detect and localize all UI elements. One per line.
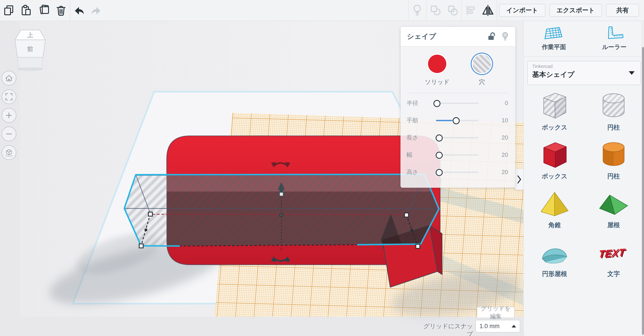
snap-grid-value: 1.0 mm	[480, 323, 500, 330]
import-button[interactable]: インポート	[499, 4, 546, 17]
shape-item-round-roof[interactable]: 円形屋根	[525, 237, 584, 278]
perspective-icon	[6, 150, 11, 152]
slider-handle[interactable]	[433, 100, 440, 107]
chevron-right-icon	[518, 176, 520, 183]
edge-handle[interactable]	[410, 229, 413, 231]
shapes-sidebar: 作業平面 ルーラー Tinkercad 基本シェイプ	[523, 21, 644, 336]
solid-swatch[interactable]	[428, 55, 446, 73]
view-cube[interactable]: 上 前	[14, 28, 47, 73]
scale-handle[interactable]	[416, 244, 420, 248]
slider-handle[interactable]	[436, 152, 443, 159]
inspector-body: ソリッド 穴 半径 0 手順 10 長さ 20	[401, 47, 515, 188]
chevron-up-icon	[512, 325, 516, 327]
delete-button[interactable]	[52, 3, 70, 18]
workplane-tool[interactable]: 作業平面	[524, 21, 584, 56]
shape-label: 円柱	[607, 123, 620, 132]
shape-inspector-panel: シェイプ ソリッド 穴	[400, 27, 516, 188]
scale-handle[interactable]	[139, 244, 143, 248]
fill-option-solid[interactable]: ソリッド	[425, 55, 450, 86]
share-button[interactable]: 共有	[606, 4, 639, 17]
slider-label: 手順	[406, 116, 436, 124]
ruler-label: ルーラー	[602, 43, 626, 51]
slider-value: 20	[492, 151, 510, 158]
snap-to-grid-label: グリッドにスナップ	[420, 322, 473, 336]
group-button[interactable]	[426, 3, 444, 18]
zoom-in-button[interactable]	[2, 108, 16, 123]
length-slider[interactable]	[436, 137, 478, 138]
slider-handle[interactable]	[436, 134, 443, 141]
mirror-button[interactable]	[479, 3, 497, 18]
steps-slider[interactable]	[436, 120, 478, 121]
edge-handle[interactable]	[145, 229, 147, 231]
shape-item-hole-cylinder[interactable]: 円柱	[584, 91, 643, 132]
fill-option-hole[interactable]: 穴	[473, 55, 491, 86]
bulb-icon[interactable]	[501, 32, 509, 42]
shape-label: ボックス	[542, 123, 568, 132]
show-all-bulb-icon	[414, 5, 420, 12]
shape-item-pyramid[interactable]: 角錐	[525, 189, 584, 229]
slider-value: 0	[492, 100, 510, 107]
sidebar-collapse-tab[interactable]	[515, 169, 524, 190]
shape-item-roof[interactable]: 屋根	[584, 189, 643, 229]
sidebar-tools: 作業平面 ルーラー	[524, 21, 644, 57]
hole-swatch[interactable]	[473, 55, 491, 73]
slider-handle[interactable]	[436, 169, 443, 176]
shape-item-hole-box[interactable]: ボックス	[525, 91, 584, 132]
fit-view-icon	[6, 94, 12, 100]
shape-item-box[interactable]: ボックス	[525, 140, 584, 181]
zoom-out-button[interactable]	[2, 126, 16, 141]
tinkercad-app: インポート エクスポート 共有 上 前	[0, 0, 644, 336]
perspective-toggle-button[interactable]	[2, 145, 16, 160]
snap-grid-select[interactable]: 1.0 mm	[476, 320, 520, 332]
slider-width: 幅 20	[406, 146, 510, 163]
shape-item-cylinder[interactable]: 円柱	[584, 140, 643, 181]
paste-button[interactable]	[18, 3, 35, 18]
show-all-button[interactable]	[408, 3, 426, 18]
width-slider[interactable]	[436, 154, 478, 156]
fit-view-button[interactable]	[2, 89, 16, 104]
slider-label: 長さ	[406, 134, 436, 141]
view-cube-top-label: 上	[27, 32, 33, 39]
export-button[interactable]: エクスポート	[550, 4, 602, 17]
slider-value: 10	[492, 117, 510, 124]
shape-category-dropdown[interactable]: Tinkercad 基本シェイプ	[527, 61, 641, 85]
slider-length: 長さ 20	[406, 129, 510, 146]
shape-label: 円柱	[607, 172, 620, 181]
slider-label: 幅	[406, 151, 436, 159]
unlock-icon[interactable]	[488, 32, 496, 41]
slider-value: 20	[492, 134, 510, 141]
slider-label: 半径	[406, 99, 436, 107]
home-view-button[interactable]	[2, 71, 16, 86]
shape-label: 角錐	[548, 221, 561, 229]
scale-handle[interactable]	[148, 212, 152, 216]
shape-gallery: ボックス 円柱 ボックス	[524, 85, 644, 278]
inspector-header: シェイプ	[401, 27, 515, 47]
align-button[interactable]	[462, 3, 479, 18]
workplane-label: 作業平面	[542, 43, 566, 51]
zoom-in-icon	[6, 113, 12, 118]
redo-button[interactable]	[88, 3, 105, 18]
view-controls	[2, 71, 16, 160]
slider-handle[interactable]	[452, 117, 460, 124]
category-brand: Tinkercad	[532, 64, 636, 69]
duplicate-button[interactable]	[35, 3, 52, 18]
slider-radius: 半径 0	[406, 95, 510, 112]
redo-icon	[92, 7, 100, 15]
height-slider[interactable]	[436, 172, 478, 173]
copy-button[interactable]	[0, 3, 18, 18]
edit-grid-button[interactable]: グリッドを編集	[477, 307, 515, 318]
slider-height: 高さ 20	[406, 163, 510, 181]
ruler-tool[interactable]: ルーラー	[584, 21, 644, 56]
undo-button[interactable]	[70, 3, 88, 18]
shape-label: 円形屋根	[542, 270, 567, 278]
center-handle[interactable]	[280, 214, 283, 217]
shape-item-text[interactable]: TEXT TEXT 文字	[584, 237, 643, 278]
scale-handle[interactable]	[404, 213, 408, 217]
radius-slider[interactable]	[436, 103, 478, 104]
ungroup-button[interactable]	[444, 3, 461, 18]
category-selected: 基本シェイプ	[532, 70, 636, 79]
sidebar-scrollbar[interactable]	[641, 21, 644, 336]
top-toolbar: インポート エクスポート 共有	[0, 0, 644, 21]
scrollbar-thumb[interactable]	[642, 47, 644, 335]
slider-label: 高さ	[406, 168, 436, 176]
